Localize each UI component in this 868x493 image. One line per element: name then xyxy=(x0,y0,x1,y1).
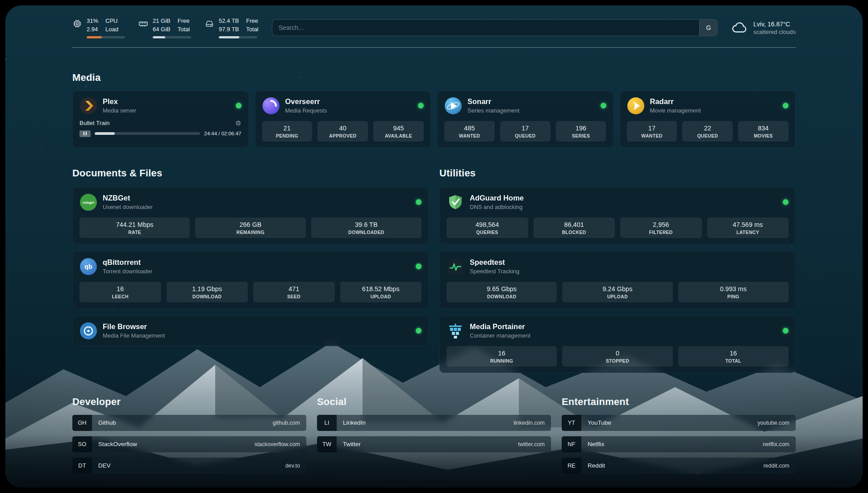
section-title-developer: Developer xyxy=(72,396,306,408)
stat-label: QUEUED xyxy=(685,133,730,138)
disk-usage-bar xyxy=(219,36,257,38)
stat-value: 618.52 Mbps xyxy=(343,285,419,292)
documents-column: Documents & Files nzbget NZBGet Usenet d xyxy=(72,167,429,346)
nzbget-card[interactable]: nzbget NZBGet Usenet downloader 744.21 M… xyxy=(72,187,429,244)
stat-label: QUERIES xyxy=(449,230,526,235)
status-online-dot xyxy=(416,263,421,269)
bookmarks-grid: Developer GH Github github.com SO StackO… xyxy=(72,396,796,479)
bookmark-abbr: NF xyxy=(562,436,581,452)
status-online-dot xyxy=(236,103,242,109)
bookmark-url: stackoverflow.com xyxy=(255,441,300,447)
stat-tile: 16 RUNNING xyxy=(447,346,557,367)
playback-progress-bar[interactable] xyxy=(95,132,200,135)
stat-value: 9.24 Gbps xyxy=(565,285,670,292)
stat-value: 485 xyxy=(447,125,492,132)
stat-label: REMAINING xyxy=(198,230,303,235)
stat-value: 16 xyxy=(681,350,786,357)
overseerr-card[interactable]: Overseerr Media Requests 21 PENDING 40 A… xyxy=(255,91,431,148)
stat-tile: 21 PENDING xyxy=(262,121,313,142)
bookmark-netflix[interactable]: NF Netflix netflix.com xyxy=(562,436,796,452)
stat-value: 266 GB xyxy=(198,221,303,228)
pause-icon[interactable] xyxy=(79,130,91,137)
app-description: Container management xyxy=(470,332,530,339)
cpu-percent: 31% xyxy=(87,17,98,25)
stat-value: 40 xyxy=(320,125,365,132)
stat-tile: 86,401 BLOCKED xyxy=(534,217,615,238)
app-name: Media Portainer xyxy=(470,322,530,331)
cpu-usage-bar xyxy=(87,36,125,38)
app-description: Media File Management xyxy=(103,332,165,339)
weather-condition: scattered clouds xyxy=(753,29,796,35)
sonarr-card[interactable]: Sonarr Series management 485 WANTED 17 Q… xyxy=(437,91,613,148)
stat-tile: 485 WANTED xyxy=(444,121,495,142)
settings-gear-icon[interactable]: ⚙ xyxy=(235,120,241,126)
media-grid: Plex Media server Bullet Train ⚙ 24:44 /… xyxy=(72,91,796,148)
app-name: Sonarr xyxy=(467,97,519,106)
stat-label: RATE xyxy=(82,230,187,235)
stat-value: 16 xyxy=(82,285,159,292)
stat-value: 0.993 ms xyxy=(681,285,786,292)
stat-label: PING xyxy=(681,294,786,299)
plex-card[interactable]: Plex Media server Bullet Train ⚙ 24:44 /… xyxy=(72,91,249,148)
bookmark-youtube[interactable]: YT YouTube youtube.com xyxy=(562,415,796,431)
stat-tile: 1.19 Gbps DOWNLOAD xyxy=(167,282,248,302)
memory-label-2: Total xyxy=(178,25,190,34)
stat-tile: 39.6 TB DOWNLOADED xyxy=(311,217,421,238)
bookmark-stackoverflow[interactable]: SO StackOverflow stackoverflow.com xyxy=(72,436,306,452)
filebrowser-card[interactable]: File Browser Media File Management xyxy=(72,316,429,346)
bookmark-url: youtube.com xyxy=(757,420,789,426)
overseerr-icon xyxy=(262,97,280,115)
stat-value: 196 xyxy=(559,125,604,132)
social-column: Social LI LinkedIn linkedin.com TW Twitt… xyxy=(317,396,551,479)
radarr-card[interactable]: Radarr Movie management 17 WANTED 22 QUE… xyxy=(620,91,796,148)
bookmark-abbr: RE xyxy=(562,458,581,474)
speedtest-card[interactable]: Speedtest Speedtest Tracking 9.65 Gbps D… xyxy=(439,251,796,309)
stat-value: 16 xyxy=(449,350,554,357)
app-name: File Browser xyxy=(103,322,165,331)
weather-widget: Lviv, 16.87°C scattered clouds xyxy=(731,19,796,36)
stat-label: UPLOAD xyxy=(343,294,419,299)
stat-label: UPLOAD xyxy=(565,294,670,299)
bookmark-github[interactable]: GH Github github.com xyxy=(72,415,306,431)
bookmark-dev[interactable]: DT DEV dev.to xyxy=(72,458,306,474)
app-description: DNS and adblocking xyxy=(470,204,524,210)
portainer-card[interactable]: Media Portainer Container management 16 … xyxy=(439,316,796,373)
stat-label: APPROVED xyxy=(320,133,365,138)
adguard-card[interactable]: AdGuard Home DNS and adblocking 498,564 … xyxy=(439,187,796,244)
bookmark-name: Reddit xyxy=(588,462,605,469)
app-description: Torrent downloader xyxy=(103,268,152,275)
app-description: Speedtest Tracking xyxy=(470,268,519,275)
cpu-icon xyxy=(72,19,82,29)
svg-text:nzbget: nzbget xyxy=(83,201,94,205)
search-input[interactable] xyxy=(272,20,700,36)
cpu-loadavg: 2.94 xyxy=(87,25,98,34)
search-provider-button[interactable]: G xyxy=(699,20,717,36)
bookmark-linkedin[interactable]: LI LinkedIn linkedin.com xyxy=(317,415,551,431)
weather-location: Lviv, 16.87°C xyxy=(753,20,796,29)
stat-value: 47.569 ms xyxy=(710,221,786,228)
stat-label: AVAILABLE xyxy=(376,133,421,138)
stat-label: RUNNING xyxy=(449,358,554,363)
section-title-media: Media xyxy=(72,72,796,84)
bookmark-twitter[interactable]: TW Twitter twitter.com xyxy=(317,436,551,452)
stat-value: 86,401 xyxy=(536,221,613,228)
section-title-entertainment: Entertainment xyxy=(562,396,796,408)
bookmark-reddit[interactable]: RE Reddit reddit.com xyxy=(562,458,796,474)
stat-tile: 47.569 ms LATENCY xyxy=(707,217,789,238)
bookmark-abbr: LI xyxy=(317,415,337,431)
status-online-dot xyxy=(418,103,424,109)
stat-tile: 9.24 Gbps UPLOAD xyxy=(562,282,672,302)
sonarr-icon xyxy=(444,97,462,115)
portainer-icon xyxy=(447,322,464,340)
developer-column: Developer GH Github github.com SO StackO… xyxy=(72,396,306,479)
stat-label: DOWNLOAD xyxy=(449,294,554,299)
stat-value: 498,564 xyxy=(449,221,526,228)
qbittorrent-card[interactable]: qb qBittorrent Torrent downloader 16 LEE… xyxy=(72,251,429,309)
stat-value: 1.19 Gbps xyxy=(169,285,246,292)
stat-label: MOVIES xyxy=(741,133,786,138)
disk-label-2: Total xyxy=(246,25,258,34)
plex-player: 24:44 / 02:06:47 xyxy=(79,130,242,137)
stat-value: 17 xyxy=(503,125,548,132)
disk-icon xyxy=(204,19,214,29)
section-title-social: Social xyxy=(317,396,551,408)
